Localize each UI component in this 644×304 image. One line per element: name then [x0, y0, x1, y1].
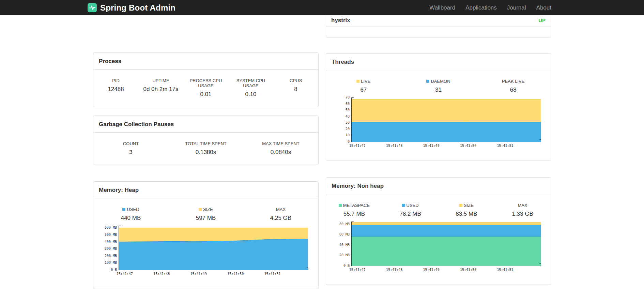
svg-text:0: 0 — [348, 140, 350, 143]
stat-gc-total-time: TOTAL TIME SPENT 0.1380s — [168, 141, 243, 156]
threads-card-title: Threads — [326, 54, 551, 70]
svg-text:15:41:50: 15:41:50 — [227, 272, 244, 276]
memory-nonheap-chart: 80 MB60 MB40 MB20 MB0 B15:41:4715:41:481… — [329, 219, 551, 275]
threads-card: Threads LIVE 67 DAEMON 31 PEAK LIVE 68 — [326, 53, 551, 161]
svg-text:15:41:51: 15:41:51 — [497, 268, 513, 272]
svg-text:15:41:49: 15:41:49 — [423, 268, 440, 272]
svg-text:15:41:47: 15:41:47 — [349, 268, 366, 272]
legend-threads-peak: PEAK LIVE 68 — [476, 79, 551, 93]
svg-text:60: 60 — [346, 102, 350, 106]
brand-title: Spring Boot Admin — [100, 3, 175, 13]
left-column: Process PID 12488 UPTIME 0d 0h 2m 17s PR… — [93, 15, 319, 289]
svg-text:400 MB: 400 MB — [105, 240, 117, 244]
memory-heap-chart: 600 MB500 MB400 MB300 MB200 MB100 MB0 B1… — [96, 224, 318, 279]
svg-text:15:41:47: 15:41:47 — [117, 272, 133, 276]
legend-threads-live: LIVE 67 — [326, 79, 401, 93]
gc-card: Garbage Collection Pauses COUNT 3 TOTAL … — [93, 116, 319, 165]
svg-text:15:41:48: 15:41:48 — [386, 144, 402, 148]
stat-uptime: UPTIME 0d 0h 2m 17s — [138, 78, 183, 98]
stat-gc-count: COUNT 3 — [93, 141, 168, 156]
application-name: hystrix — [331, 17, 350, 23]
application-row-hystrix[interactable]: hystrix UP — [326, 14, 551, 27]
nav-item-journal[interactable]: Journal — [502, 4, 531, 11]
svg-text:0 B: 0 B — [343, 264, 350, 268]
svg-text:30: 30 — [346, 121, 350, 124]
right-column: hystrix UP Threads LIVE 67 DAEMON 31 — [326, 15, 551, 289]
svg-text:20: 20 — [346, 127, 350, 131]
stat-system-cpu: SYSTEM CPU USAGE 0.10 — [228, 78, 273, 98]
svg-text:15:41:50: 15:41:50 — [460, 268, 476, 272]
svg-text:600 MB: 600 MB — [105, 226, 117, 229]
memory-heap-card-title: Memory: Heap — [93, 182, 318, 198]
svg-text:20 MB: 20 MB — [339, 253, 350, 257]
daemon-legend-swatch — [426, 80, 429, 83]
legend-nonheap-metaspace: METASPACE 55.7 MB — [326, 203, 382, 217]
process-card-title: Process — [93, 53, 318, 70]
navbar: Spring Boot Admin Wallboard Applications… — [0, 0, 644, 15]
svg-text:200 MB: 200 MB — [105, 254, 117, 258]
used-legend-swatch — [122, 208, 125, 211]
svg-text:50: 50 — [346, 108, 350, 112]
gc-card-title: Garbage Collection Pauses — [93, 116, 318, 133]
stat-gc-max-time: MAX TIME SPENT 0.0840s — [243, 141, 318, 156]
brand[interactable]: Spring Boot Admin — [88, 3, 175, 13]
legend-nonheap-used: USED 78.2 MB — [382, 203, 439, 217]
svg-text:15:41:48: 15:41:48 — [153, 272, 170, 276]
size-legend-swatch — [459, 204, 462, 207]
svg-text:15:41:51: 15:41:51 — [264, 272, 280, 276]
threads-chart: 70605040302010015:41:4715:41:4815:41:491… — [329, 95, 551, 151]
stat-pid: PID 12488 — [93, 78, 138, 98]
svg-text:15:41:47: 15:41:47 — [349, 144, 366, 148]
legend-nonheap-max: MAX 1.33 GB — [494, 203, 551, 217]
memory-heap-card: Memory: Heap USED 440 MB SIZE 597 MB MAX… — [93, 181, 319, 289]
legend-heap-max: MAX 4.25 GB — [243, 207, 318, 222]
nav-links: Wallboard Applications Journal About — [424, 4, 556, 11]
svg-text:300 MB: 300 MB — [105, 247, 117, 250]
svg-text:0 B: 0 B — [111, 268, 117, 272]
nav-item-applications[interactable]: Applications — [460, 4, 502, 11]
svg-text:15:41:50: 15:41:50 — [460, 144, 476, 148]
live-legend-swatch — [356, 80, 359, 83]
svg-text:40: 40 — [346, 115, 350, 118]
legend-nonheap-size: SIZE 83.5 MB — [439, 203, 495, 217]
memory-nonheap-card: Memory: Non heap METASPACE 55.7 MB USED … — [326, 177, 551, 285]
nav-item-wallboard[interactable]: Wallboard — [424, 4, 460, 11]
svg-text:70: 70 — [346, 95, 350, 99]
svg-text:80 MB: 80 MB — [339, 222, 350, 226]
size-legend-swatch — [199, 208, 202, 211]
application-status-badge: UP — [538, 17, 546, 23]
stat-cpus: CPUS 8 — [273, 78, 318, 98]
svg-text:60 MB: 60 MB — [339, 232, 350, 236]
used-legend-swatch — [402, 204, 405, 207]
process-card: Process PID 12488 UPTIME 0d 0h 2m 17s PR… — [93, 52, 319, 107]
svg-text:15:41:49: 15:41:49 — [190, 272, 207, 276]
legend-heap-used: USED 440 MB — [93, 207, 168, 222]
spring-boot-admin-logo-icon — [88, 3, 97, 12]
stat-process-cpu: PROCESS CPU USAGE 0.01 — [183, 78, 228, 98]
nav-item-about[interactable]: About — [531, 4, 556, 11]
svg-text:500 MB: 500 MB — [105, 233, 117, 237]
legend-heap-size: SIZE 597 MB — [168, 207, 243, 222]
legend-threads-daemon: DAEMON 31 — [401, 79, 476, 93]
memory-nonheap-card-title: Memory: Non heap — [326, 178, 551, 194]
metaspace-legend-swatch — [339, 204, 342, 207]
svg-text:100 MB: 100 MB — [105, 261, 117, 264]
svg-text:15:41:49: 15:41:49 — [423, 144, 440, 148]
svg-text:15:41:51: 15:41:51 — [497, 144, 513, 148]
svg-text:10: 10 — [346, 133, 350, 137]
svg-text:40 MB: 40 MB — [339, 243, 350, 247]
svg-text:15:41:48: 15:41:48 — [386, 268, 402, 272]
